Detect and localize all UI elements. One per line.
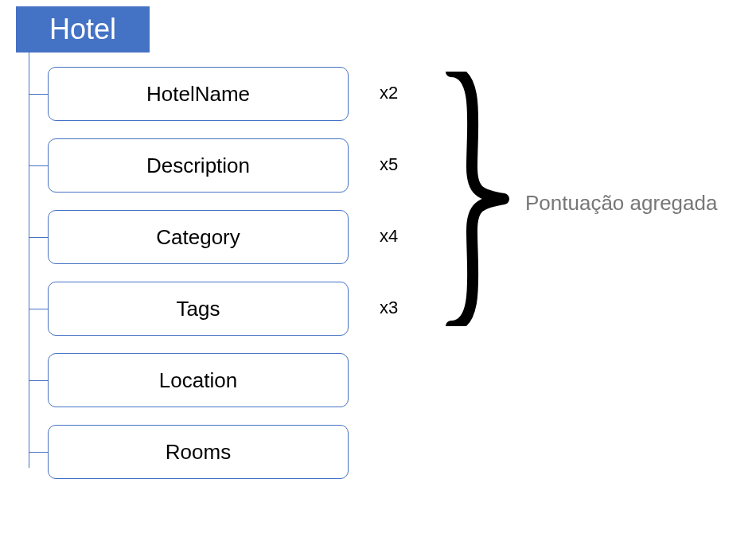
tree-child-row: Location	[29, 353, 349, 407]
field-label: Tags	[177, 297, 220, 321]
tree-child-row: Tags	[29, 282, 349, 336]
tree-connector	[29, 165, 48, 166]
root-label: Hotel	[49, 13, 116, 46]
field-label: Rooms	[166, 440, 231, 465]
field-box-location: Location	[48, 353, 349, 407]
field-multiplier-category: x4	[380, 226, 398, 247]
tree-connector	[29, 309, 48, 309]
field-label: HotelName	[146, 82, 250, 107]
field-box-tags: Tags	[48, 282, 349, 336]
field-label: Description	[146, 154, 250, 178]
field-box-rooms: Rooms	[48, 425, 349, 479]
field-label: Location	[159, 368, 237, 393]
field-multiplier-hotelname: x2	[380, 83, 398, 103]
tree-connector	[29, 237, 48, 238]
tree-child-row: HotelName	[29, 67, 349, 121]
root-node: Hotel	[16, 6, 150, 53]
field-label: Category	[156, 225, 240, 250]
tree-connector	[29, 452, 48, 453]
field-box-description: Description	[48, 138, 349, 193]
field-box-hotelname: HotelName	[48, 67, 349, 121]
tree-child-row: Category	[29, 210, 349, 264]
aggregate-score-label: Pontuação agregada	[525, 191, 717, 216]
field-box-category: Category	[48, 210, 349, 264]
tree-connector	[29, 94, 48, 95]
field-multiplier-description: x5	[380, 154, 398, 175]
curly-brace-icon	[442, 72, 513, 326]
tree-child-row: Rooms	[29, 425, 349, 479]
tree-connector	[29, 380, 48, 381]
field-multiplier-tags: x3	[380, 298, 398, 318]
tree-child-row: Description	[29, 138, 349, 193]
